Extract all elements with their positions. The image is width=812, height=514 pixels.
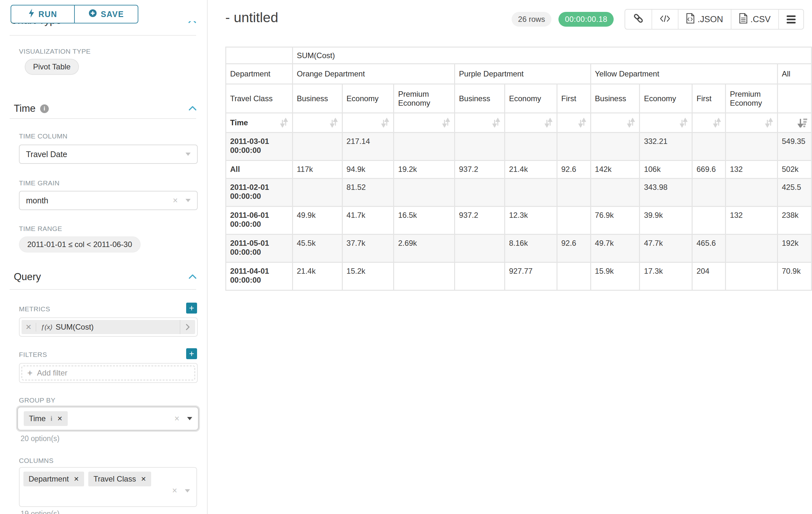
group-by-select[interactable]: Time i ✕ × — [17, 407, 199, 431]
pivot-cell — [557, 207, 590, 235]
pivot-cell: 937.2 — [455, 161, 505, 179]
pivot-cell: 21.4k — [292, 263, 342, 290]
add-filter-button[interactable]: + Add filter — [22, 366, 195, 380]
sort-icon[interactable] — [280, 118, 288, 128]
save-button[interactable]: SAVE — [74, 5, 138, 23]
pivot-department-header: Purple Department — [455, 64, 591, 84]
time-range-value[interactable]: 2011-01-01 ≤ col < 2011-06-30 — [19, 237, 141, 252]
chevron-down-icon[interactable] — [185, 199, 191, 202]
chevron-right-icon[interactable] — [180, 320, 195, 334]
pivot-cell: 16.5k — [394, 207, 455, 235]
pivot-cell: 217.14 — [342, 133, 394, 161]
link-icon — [633, 13, 644, 26]
chart-title[interactable]: - untitled — [225, 10, 278, 25]
pivot-cell: 669.6 — [692, 161, 726, 179]
table-row: 2011-04-01 00:00:0021.4k15.2k927.7715.9k… — [226, 263, 812, 290]
pivot-cell: 47.7k — [640, 235, 692, 263]
pivot-cell: 94.9k — [342, 161, 394, 179]
time-column-select[interactable]: Travel Date — [19, 144, 198, 164]
pivot-cell — [726, 235, 778, 263]
chevron-down-icon[interactable] — [185, 489, 190, 492]
add-filter-plus-button[interactable]: + — [186, 348, 197, 359]
chevron-down-icon[interactable] — [187, 417, 192, 420]
clear-icon[interactable]: × — [174, 414, 179, 423]
remove-tag-icon[interactable]: ✕ — [74, 475, 79, 483]
visualization-type-value[interactable]: Pivot Table — [25, 59, 79, 75]
export-button-group: .JSON .CSV — [625, 9, 804, 30]
metrics-label: METRICS — [19, 305, 50, 313]
time-grain-select[interactable]: month × — [19, 191, 198, 210]
time-grain-value: month — [26, 196, 48, 205]
pivot-travel-class-header: Business — [292, 84, 342, 113]
sort-descending-icon[interactable] — [798, 118, 807, 128]
pivot-sub-dimension-label: Travel Class — [226, 84, 293, 113]
pivot-cell: 49.9k — [292, 207, 342, 235]
clear-icon[interactable]: × — [173, 196, 178, 205]
sort-icon[interactable] — [492, 118, 500, 128]
sort-header — [590, 113, 640, 133]
sort-icon[interactable] — [765, 118, 773, 128]
sort-icon[interactable] — [544, 118, 553, 128]
pivot-department-header: Orange Department — [292, 64, 455, 84]
filters-label: FILTERS — [19, 351, 47, 358]
pivot-cell: 81.52 — [342, 179, 394, 207]
query-section-header: Query — [14, 271, 197, 283]
pivot-travel-class-header: First — [692, 84, 726, 113]
pivot-cell — [726, 133, 778, 161]
pivot-cell: 49.7k — [590, 235, 640, 263]
pivot-cell: 332.21 — [640, 133, 692, 161]
remove-metric-icon[interactable]: ✕ — [22, 323, 36, 331]
pivot-cell — [692, 133, 726, 161]
pivot-cell: 502k — [777, 161, 811, 179]
time-column-value: Travel Date — [26, 150, 67, 159]
group-by-tag[interactable]: Time i ✕ — [24, 411, 68, 426]
metric-pill[interactable]: ✕ ƒ(x) SUM(Cost) — [22, 320, 195, 334]
sort-icon[interactable] — [381, 118, 389, 128]
pivot-cell: 927.77 — [504, 263, 557, 290]
pivot-cell — [455, 263, 505, 290]
sort-icon[interactable] — [578, 118, 586, 128]
table-row: All117k94.9k19.2k937.221.4k92.6142k106k6… — [226, 161, 812, 179]
pivot-row-label: 2011-04-01 00:00:00 — [226, 263, 293, 290]
pivot-cell — [292, 133, 342, 161]
copy-link-button[interactable] — [625, 10, 651, 29]
embed-code-button[interactable] — [651, 10, 678, 29]
sort-header — [455, 113, 505, 133]
chevron-down-icon[interactable] — [185, 153, 191, 156]
pivot-cell: 192k — [777, 235, 811, 263]
file-code-icon — [686, 13, 695, 26]
divider — [10, 289, 196, 290]
clear-icon[interactable]: × — [172, 486, 177, 495]
chevron-up-icon[interactable] — [188, 105, 197, 112]
sort-icon[interactable] — [627, 118, 635, 128]
pivot-cell: 238k — [777, 207, 811, 235]
metric-name: SUM(Cost) — [56, 323, 94, 331]
chevron-up-icon[interactable] — [188, 273, 197, 281]
remove-tag-icon[interactable]: ✕ — [57, 415, 63, 423]
sort-icon[interactable] — [713, 118, 721, 128]
menu-button[interactable] — [778, 10, 803, 29]
add-metric-button[interactable]: + — [186, 303, 197, 314]
pivot-col-dimension-label: Department — [226, 64, 293, 84]
pivot-cell: 39.9k — [640, 207, 692, 235]
pivot-cell: 106k — [640, 161, 692, 179]
pivot-cell: 142k — [590, 161, 640, 179]
pivot-cell — [557, 263, 590, 290]
export-json-button[interactable]: .JSON — [678, 10, 731, 29]
sort-icon[interactable] — [679, 118, 688, 128]
pivot-cell — [455, 235, 505, 263]
columns-select[interactable]: Department ✕ Travel Class ✕ × — [19, 467, 197, 507]
columns-tag[interactable]: Travel Class ✕ — [88, 471, 151, 486]
run-button[interactable]: RUN — [11, 5, 74, 23]
pivot-travel-class-header: First — [557, 84, 590, 113]
divider — [10, 35, 196, 36]
sort-icon[interactable] — [442, 118, 450, 128]
sort-descending-header — [777, 113, 811, 133]
columns-tag[interactable]: Department ✕ — [23, 471, 84, 486]
pivot-cell — [590, 179, 640, 207]
sort-icon[interactable] — [329, 118, 338, 128]
pivot-table-container: SUM(Cost)DepartmentOrange DepartmentPurp… — [225, 47, 812, 291]
pivot-travel-class-header: Economy — [504, 84, 557, 113]
export-csv-button[interactable]: .CSV — [731, 10, 778, 29]
remove-tag-icon[interactable]: ✕ — [141, 475, 146, 483]
